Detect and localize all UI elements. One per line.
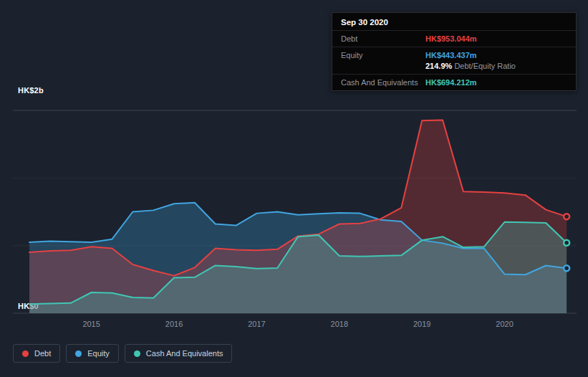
legend-item-debt[interactable]: Debt bbox=[13, 344, 60, 363]
chart-svg bbox=[13, 110, 577, 313]
legend-dot-cash-icon bbox=[134, 350, 140, 357]
tooltip-date: Sep 30 2020 bbox=[332, 13, 576, 30]
tooltip-debt-equity-ratio: 214.9% Debt/Equity Ratio bbox=[425, 62, 516, 70]
x-axis-tick-2018: 2018 bbox=[331, 320, 348, 328]
tooltip-debt-label: Debt bbox=[341, 34, 425, 43]
tooltip-equity-value: HK$443.437m bbox=[425, 51, 516, 59]
tooltip-row-debt: Debt HK$953.044m bbox=[332, 30, 576, 47]
legend-dot-equity-icon bbox=[75, 350, 82, 357]
legend-item-equity[interactable]: Equity bbox=[66, 344, 119, 363]
legend-dot-debt-icon bbox=[22, 350, 29, 357]
tooltip-cash-value: HK$694.212m bbox=[425, 78, 477, 87]
tooltip-row-equity: Equity HK$443.437m 214.9% Debt/Equity Ra… bbox=[332, 47, 576, 74]
tooltip-equity-value-group: HK$443.437m 214.9% Debt/Equity Ratio bbox=[425, 51, 516, 70]
x-axis-tick-2020: 2020 bbox=[496, 320, 513, 328]
tooltip-row-cash: Cash And Equivalents HK$694.212m bbox=[332, 74, 576, 90]
legend-debt-label: Debt bbox=[34, 349, 51, 358]
chart-legend: Debt Equity Cash And Equivalents bbox=[13, 344, 232, 363]
tooltip-debt-value: HK$953.044m bbox=[425, 34, 477, 43]
x-axis-tick-2017: 2017 bbox=[248, 320, 265, 328]
chart-tooltip: Sep 30 2020 Debt HK$953.044m Equity HK$4… bbox=[332, 12, 577, 91]
x-axis-tick-2016: 2016 bbox=[165, 320, 183, 328]
tooltip-ratio-value: 214.9% bbox=[425, 62, 452, 70]
legend-equity-label: Equity bbox=[87, 349, 110, 358]
x-axis-tick-2015: 2015 bbox=[82, 320, 100, 328]
x-axis-tick-2019: 2019 bbox=[413, 320, 430, 328]
y-axis-label-top: HK$2b bbox=[18, 86, 44, 95]
legend-item-cash[interactable]: Cash And Equivalents bbox=[125, 344, 233, 363]
tooltip-ratio-label: Debt/Equity Ratio bbox=[454, 62, 516, 70]
legend-cash-label: Cash And Equivalents bbox=[146, 349, 223, 358]
chart-plot-area[interactable] bbox=[13, 110, 577, 313]
tooltip-equity-label: Equity bbox=[341, 51, 425, 70]
tooltip-cash-label: Cash And Equivalents bbox=[341, 78, 425, 87]
